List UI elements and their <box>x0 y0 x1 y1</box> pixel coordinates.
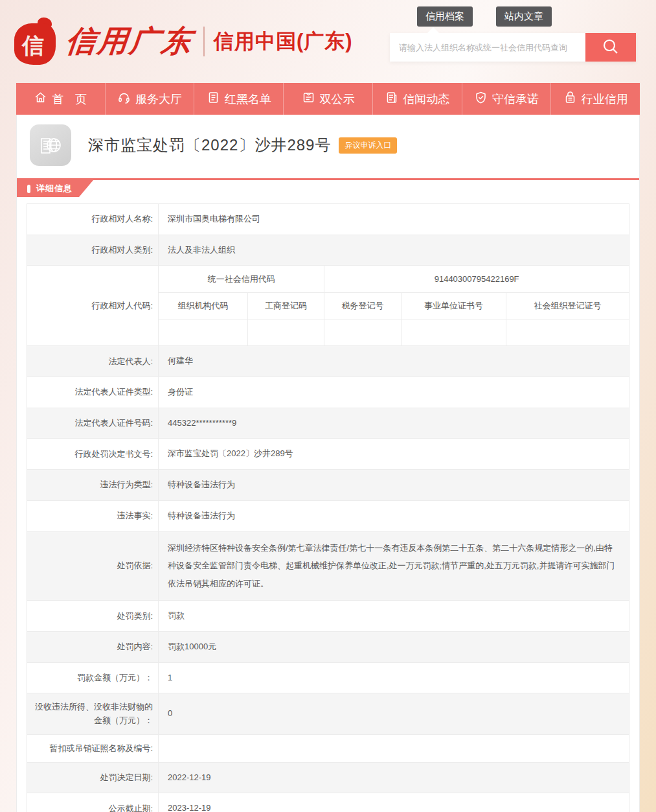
certificate-icon <box>302 91 315 108</box>
table-row: 法定代表人证件号码: 445322***********9 <box>27 408 629 439</box>
row-value <box>159 735 629 762</box>
table-row: 处罚决定日期: 2022-12-19 <box>27 762 629 793</box>
table-row: 行政相对人名称: 深圳市国奥电梯有限公司 <box>27 204 629 235</box>
search-notch <box>427 27 439 33</box>
nav-item-integrity-pledge[interactable]: 守信承诺 <box>462 83 551 115</box>
table-row-codes: 行政相对人代码: 统一社会信用代码 91440300795422169F 组织机… <box>27 265 629 345</box>
section-tag: 详细信息 <box>17 180 93 197</box>
table-row: 行政处罚决定书文号: 深市监宝处罚〔2022〕沙井289号 <box>27 438 629 469</box>
site-name: 信用中国(广东) <box>214 28 353 55</box>
search-icon <box>601 37 620 58</box>
nav-item-red-black-list[interactable]: 红黑名单 <box>194 83 283 115</box>
row-label: 法定代表人证件号码: <box>27 408 159 439</box>
row-value: 身份证 <box>159 377 629 408</box>
row-value: 1 <box>159 663 629 693</box>
title-row: 深市监宝处罚〔2022〕沙井289号 异议申诉入口 <box>17 115 639 174</box>
row-value: 罚款10000元 <box>159 632 629 662</box>
building-doc-icon <box>30 124 71 166</box>
tab-credit-archive[interactable]: 信用档案 <box>417 6 473 27</box>
code-value <box>324 319 401 345</box>
content-card: 深市监宝处罚〔2022〕沙井289号 异议申诉入口 详细信息 行政相对人名称: … <box>16 115 640 812</box>
table-row: 公示截止期: 2023-12-19 <box>27 793 629 812</box>
main-nav: 首 页 服务大厅 红黑名单 双公示 <box>16 83 640 115</box>
row-label: 处罚依据: <box>27 532 159 601</box>
row-value: 法人及非法人组织 <box>159 235 629 266</box>
row-value: 何建华 <box>159 346 629 377</box>
row-value: 罚款 <box>159 601 629 631</box>
row-label: 法定代表人证件类型: <box>27 377 159 408</box>
logo-script-text: 信用广东 <box>64 21 196 62</box>
row-label: 公示截止期: <box>27 793 159 812</box>
appeal-entry-badge[interactable]: 异议申诉入口 <box>339 137 397 154</box>
search-button[interactable] <box>585 33 636 62</box>
row-label: 处罚类别: <box>27 601 159 631</box>
row-value: 2023-12-19 <box>159 793 629 812</box>
row-label: 处罚决定日期: <box>27 763 159 793</box>
code-header: 组织机构代码 <box>159 293 248 319</box>
section-tick-icon <box>27 185 30 193</box>
nav-item-credit-news[interactable]: 信闻动态 <box>372 83 462 115</box>
row-value: 特种设备违法行为 <box>159 470 629 500</box>
table-row: 暂扣或吊销证照名称及编号: <box>27 734 629 762</box>
home-icon <box>34 91 47 108</box>
row-value: 445322***********9 <box>159 408 629 439</box>
nav-item-dual-publicity[interactable]: 双公示 <box>283 83 372 115</box>
table-row: 没收违法所得、没收非法财物的金额（万元）： 0 <box>27 693 629 734</box>
code-subtable: 统一社会信用代码 91440300795422169F 组织机构代码 工商登记码… <box>159 266 629 345</box>
header-tabs: 信用档案 站内文章 <box>390 6 636 27</box>
nav-item-home[interactable]: 首 页 <box>16 83 105 115</box>
row-label: 处罚内容: <box>27 632 159 662</box>
seal-logo-icon: 信 <box>13 17 62 66</box>
table-row: 法定代表人: 何建华 <box>27 345 629 377</box>
code-value <box>402 319 507 345</box>
uscc-label: 统一社会信用代码 <box>159 266 324 292</box>
row-value: 特种设备违法行为 <box>159 501 629 531</box>
row-label: 罚款金额（万元）： <box>27 663 159 693</box>
logo-divider <box>203 27 205 56</box>
row-label: 违法事实: <box>27 501 159 531</box>
row-label: 法定代表人: <box>27 346 159 377</box>
row-label: 违法行为类型: <box>27 470 159 500</box>
table-row-penalty-basis: 处罚依据: 深圳经济特区特种设备安全条例/第七章法律责任/第七十一条有违反本条例… <box>27 531 629 601</box>
shield-icon <box>474 91 488 108</box>
table-row: 违法事实: 特种设备违法行为 <box>27 500 629 531</box>
search-bar <box>390 33 636 62</box>
page-title: 深市监宝处罚〔2022〕沙井289号 <box>88 135 331 156</box>
code-value <box>506 319 629 345</box>
row-label: 没收违法所得、没收非法财物的金额（万元）： <box>27 693 159 734</box>
uscc-value: 91440300795422169F <box>324 266 629 292</box>
row-label: 行政相对人类别: <box>27 235 159 266</box>
row-label: 行政相对人代码: <box>27 266 159 345</box>
headset-icon <box>117 91 131 108</box>
code-header: 事业单位证书号 <box>402 293 507 319</box>
code-value <box>159 319 248 345</box>
table-row: 行政相对人类别: 法人及非法人组织 <box>27 235 629 266</box>
row-value: 深圳市国奥电梯有限公司 <box>159 204 629 235</box>
code-header: 税务登记号 <box>324 293 401 319</box>
tab-site-articles[interactable]: 站内文章 <box>496 6 552 27</box>
news-icon <box>385 91 398 108</box>
row-value: 0 <box>159 693 629 734</box>
table-row: 处罚内容: 罚款10000元 <box>27 631 629 662</box>
row-value: 2022-12-19 <box>159 763 629 793</box>
search-input[interactable] <box>390 33 585 62</box>
row-value: 深圳经济特区特种设备安全条例/第七章法律责任/第七十一条有违反本条例第二十五条、… <box>159 532 629 601</box>
table-row: 法定代表人证件类型: 身份证 <box>27 377 629 408</box>
nav-item-service-hall[interactable]: 服务大厅 <box>105 83 194 115</box>
code-value <box>248 319 324 345</box>
row-label: 暂扣或吊销证照名称及编号: <box>27 735 159 762</box>
code-header: 工商登记码 <box>248 293 324 319</box>
site-header: 信 信用广东 信用中国(广东) 信用档案 站内文章 <box>0 0 656 83</box>
list-icon <box>207 91 220 108</box>
detail-table: 行政相对人名称: 深圳市国奥电梯有限公司 行政相对人类别: 法人及非法人组织 行… <box>27 203 629 812</box>
section-title: 详细信息 <box>36 183 73 194</box>
table-row: 罚款金额（万元）： 1 <box>27 662 629 693</box>
table-row: 处罚类别: 罚款 <box>27 600 629 631</box>
row-value: 深市监宝处罚〔2022〕沙井289号 <box>159 439 629 469</box>
code-header: 社会组织登记证号 <box>506 293 629 319</box>
nav-item-industry-credit[interactable]: 行业信用 <box>550 83 640 115</box>
row-label: 行政处罚决定书文号: <box>27 439 159 469</box>
row-label: 行政相对人名称: <box>27 204 159 235</box>
stamp-icon <box>563 91 577 108</box>
table-row: 违法行为类型: 特种设备违法行为 <box>27 469 629 500</box>
